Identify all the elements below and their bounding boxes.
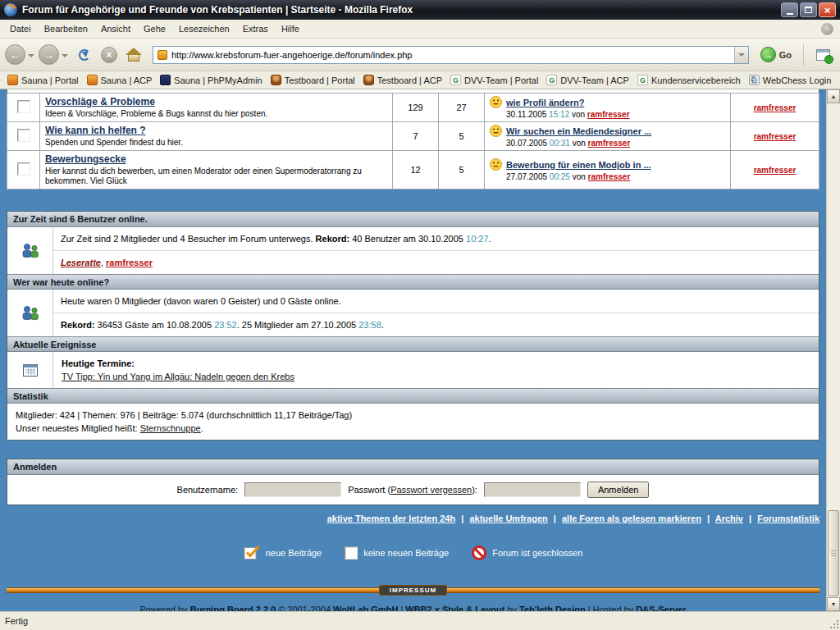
- url-text[interactable]: http://www.krebsforum-fuer-angehoerige.d…: [171, 50, 734, 60]
- lastpost-von: von: [573, 172, 586, 181]
- bookmark-testboard-portal[interactable]: Testboard | Portal: [267, 73, 359, 87]
- lastpost-cell: Bewerbung für einen Modjob in ... 27.07.…: [485, 151, 731, 189]
- record-time: 10:27: [466, 234, 489, 244]
- scroll-up-button[interactable]: ▲: [827, 89, 840, 103]
- g-logo-favicon: [546, 75, 557, 85]
- footer-text: |: [398, 605, 405, 611]
- send-page-button[interactable]: [812, 44, 833, 66]
- bookmark-sauna-acp[interactable]: Sauna | ACP: [83, 73, 157, 87]
- person-favicon: [271, 75, 281, 85]
- lastpost-link[interactable]: Bewerbung für einen Modjob in ...: [506, 160, 651, 170]
- forum-link[interactable]: Vorschläge & Probleme: [45, 96, 155, 107]
- minimize-button[interactable]: [781, 2, 798, 17]
- threads-count: 12: [393, 151, 439, 189]
- online-user-link[interactable]: Leseratte: [61, 258, 101, 267]
- forum-description: Ideen & Vorschläge, Probleme & Bugs kann…: [45, 109, 387, 119]
- quicklink-mark-read[interactable]: alle Foren als gelesen markieren: [562, 514, 701, 523]
- burning-board-link[interactable]: Burning Board 2.2.0: [190, 605, 276, 611]
- url-history-dropdown[interactable]: [734, 47, 748, 63]
- online-user-link[interactable]: ramfresser: [106, 258, 153, 267]
- browser-window: Forum für Angehörige und Freunde von Kre…: [0, 0, 840, 630]
- scroll-down-button[interactable]: ▼: [827, 597, 840, 611]
- forum-row-bewerbungsecke: Bewerbungsecke Hier kannst du dich bewer…: [7, 151, 819, 189]
- bookmark-testboard-acp[interactable]: Testboard | ACP: [359, 73, 446, 87]
- ds-server-link[interactable]: D&S-Server: [636, 605, 686, 611]
- url-bar[interactable]: http://www.krebsforum-fuer-angehoerige.d…: [153, 46, 749, 64]
- password-label: Passwort (Passwort vergessen):: [348, 485, 477, 495]
- scrollbar-thumb[interactable]: [828, 510, 839, 596]
- no-new-posts-icon: [17, 129, 30, 142]
- moderator-link[interactable]: ramfresser: [754, 166, 797, 175]
- lastpost-link[interactable]: wie Profil ändern?: [506, 98, 584, 107]
- newest-member-line: Unser neuestes Mitglied heißt: Sternschn…: [16, 422, 810, 435]
- online-text: .: [489, 234, 491, 244]
- login-button[interactable]: Anmelden: [587, 482, 650, 498]
- online-header: Zur Zeit sind 6 Benutzer online.: [7, 212, 819, 227]
- menu-lesezeichen[interactable]: Lesezeichen: [172, 21, 236, 37]
- quicklink-archiv[interactable]: Archiv: [715, 514, 743, 523]
- tehleth-link[interactable]: Teh'leth Design: [519, 605, 586, 611]
- maximize-button[interactable]: [800, 2, 817, 17]
- go-label: Go: [779, 50, 792, 60]
- lastpost-date: 27.07.2005: [506, 172, 547, 181]
- forward-arrow-icon: →: [43, 48, 55, 62]
- lastpost-link[interactable]: Wir suchen ein Mediendesigner ...: [506, 126, 651, 136]
- newest-member-link[interactable]: Sternschnuppe: [140, 423, 201, 433]
- resize-grip[interactable]: [829, 619, 839, 629]
- bookmark-dvv-acp[interactable]: DVV-Team | ACP: [542, 73, 633, 87]
- bookmark-kundenservice[interactable]: Kundenservicebereich: [633, 73, 745, 87]
- moderator-link[interactable]: ramfresser: [754, 103, 797, 112]
- menu-bar: Datei Bearbeiten Ansicht Gehe Lesezeiche…: [0, 20, 840, 39]
- menu-bearbeiten[interactable]: Bearbeiten: [38, 21, 94, 37]
- password-label-text: Passwort (: [348, 485, 390, 495]
- footer-text: WBB2.x Style & Layout: [405, 605, 504, 611]
- vertical-scrollbar[interactable]: ▲ ▼: [826, 89, 840, 611]
- back-button[interactable]: ←: [5, 44, 25, 65]
- back-dropdown-icon[interactable]: [28, 54, 34, 61]
- forgot-password-link[interactable]: Passwort vergessen: [390, 485, 472, 495]
- new-posts-icon: [244, 545, 260, 560]
- lastpost-user-link[interactable]: ramfresser: [588, 139, 631, 148]
- username-input[interactable]: [244, 482, 341, 497]
- impressum-bar: IMPRESSUM: [7, 585, 819, 596]
- forward-dropdown-icon[interactable]: [62, 54, 68, 61]
- event-link[interactable]: TV Tipp: Yin und Yang im Allgäu: Nadeln …: [62, 372, 294, 381]
- menu-gehe[interactable]: Gehe: [137, 21, 172, 37]
- woltlab-link[interactable]: WoltLab GmbH: [333, 605, 398, 611]
- home-button[interactable]: [123, 44, 144, 66]
- impressum-button[interactable]: IMPRESSUM: [379, 585, 447, 596]
- record-time: 23:58: [358, 320, 381, 330]
- bookmarks-overflow-chevron[interactable]: »: [835, 75, 840, 85]
- lastpost-user-link[interactable]: ramfresser: [588, 172, 631, 181]
- close-button[interactable]: ×: [819, 2, 836, 17]
- username-label: Benutzername:: [177, 485, 239, 495]
- forum-link[interactable]: Wie kann ich helfen ?: [45, 125, 146, 136]
- quicklink-polls[interactable]: aktuelle Umfragen: [469, 514, 547, 523]
- forum-description: Spenden und Spender findest du hier.: [45, 138, 387, 148]
- forum-link[interactable]: Bewerbungsecke: [45, 153, 126, 165]
- bookmark-dvv-portal[interactable]: DVV-Team | Portal: [446, 73, 542, 87]
- status-text: Fertig: [5, 616, 28, 626]
- menu-hilfe[interactable]: Hilfe: [275, 21, 306, 37]
- login-header: Anmelden: [7, 459, 819, 475]
- bookmark-sauna-portal[interactable]: Sauna | Portal: [3, 73, 83, 87]
- reload-button[interactable]: [74, 44, 95, 66]
- moderator-link[interactable]: ramfresser: [754, 132, 797, 141]
- bookmark-sauna-phpmyadmin[interactable]: Sauna | PhPMyAdmin: [156, 73, 266, 87]
- menu-extras[interactable]: Extras: [236, 21, 275, 37]
- forum-status-cell: [7, 94, 40, 122]
- go-icon: →: [760, 47, 776, 62]
- menu-datei[interactable]: Datei: [3, 21, 38, 37]
- record-text: . 25 Mitglieder am 27.10.2005: [237, 320, 359, 330]
- go-button[interactable]: → Go: [756, 47, 797, 62]
- bookmark-webchess[interactable]: WebChess Login: [745, 73, 836, 87]
- password-input[interactable]: [484, 482, 581, 497]
- lastpost-date: 30.11.2005: [506, 110, 546, 119]
- quicklink-active-topics[interactable]: aktive Themen der letzten 24h: [327, 514, 456, 523]
- stop-button[interactable]: ×: [98, 44, 120, 66]
- lastpost-user-link[interactable]: ramfresser: [587, 110, 630, 119]
- stop-icon: ×: [101, 47, 117, 63]
- quicklink-forumstatistik[interactable]: Forumstatistik: [757, 514, 819, 523]
- forward-button[interactable]: →: [39, 44, 59, 65]
- menu-ansicht[interactable]: Ansicht: [94, 21, 137, 37]
